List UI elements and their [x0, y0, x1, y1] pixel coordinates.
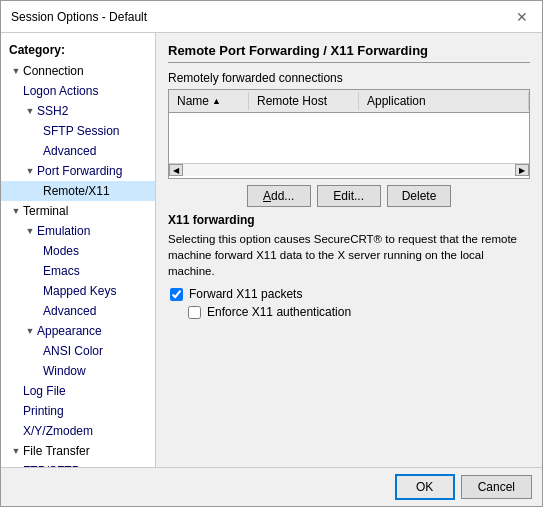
content-area: Category: ▼ Connection Logon Actions: [1, 33, 542, 467]
add-button-underline: A: [263, 189, 271, 203]
expand-terminal-icon: ▼: [9, 204, 23, 218]
category-label: Category:: [1, 39, 155, 61]
sidebar-item-label: Appearance: [37, 324, 102, 338]
sidebar-item-advanced-emulation[interactable]: Advanced: [1, 301, 155, 321]
enforce-x11-checkbox[interactable]: [188, 306, 201, 319]
sidebar-item-label: Modes: [43, 244, 79, 258]
sidebar-item-label: File Transfer: [23, 444, 90, 458]
sidebar-item-advanced-ssh2[interactable]: Advanced: [1, 141, 155, 161]
col-name-label: Name: [177, 94, 209, 108]
sidebar-item-label: SFTP Session: [43, 124, 119, 138]
forward-x11-row: Forward X11 packets: [168, 287, 530, 301]
sidebar-item-remote-x11[interactable]: Remote/X11: [1, 181, 155, 201]
sidebar-item-label: Printing: [23, 404, 64, 418]
sidebar-item-window[interactable]: Window: [1, 361, 155, 381]
sidebar-item-label: Port Forwarding: [37, 164, 122, 178]
sidebar-item-label: Remote/X11: [43, 184, 110, 198]
sidebar-item-file-transfer[interactable]: ▼ File Transfer: [1, 441, 155, 461]
sidebar-item-label: ANSI Color: [43, 344, 103, 358]
sidebar-item-label: Connection: [23, 64, 84, 78]
add-button-label: dd...: [271, 189, 294, 203]
x11-section: X11 forwarding Selecting this option cau…: [168, 213, 530, 319]
sidebar: Category: ▼ Connection Logon Actions: [1, 33, 156, 467]
sidebar-item-modes[interactable]: Modes: [1, 241, 155, 261]
sidebar-item-ansi-color[interactable]: ANSI Color: [1, 341, 155, 361]
ok-button[interactable]: OK: [395, 474, 455, 500]
footer: OK Cancel: [1, 467, 542, 506]
col-app-label: Application: [367, 94, 426, 108]
window-title: Session Options - Default: [11, 10, 147, 24]
col-name: Name ▲: [169, 92, 249, 110]
sidebar-item-emulation[interactable]: ▼ Emulation: [1, 221, 155, 241]
sidebar-item-port-forwarding[interactable]: ▼ Port Forwarding: [1, 161, 155, 181]
sidebar-item-ssh2[interactable]: ▼ SSH2: [1, 101, 155, 121]
sidebar-item-label: Advanced: [43, 304, 96, 318]
expand-ft-icon: ▼: [9, 444, 23, 458]
table-buttons: Add... Edit... Delete: [168, 185, 530, 207]
scroll-left-arrow-icon[interactable]: ◀: [169, 164, 183, 176]
sidebar-item-label: SSH2: [37, 104, 68, 118]
cancel-button[interactable]: Cancel: [461, 475, 532, 499]
session-options-window: Session Options - Default ✕ Category: ▼ …: [0, 0, 543, 507]
x11-description: Selecting this option causes SecureCRT® …: [168, 231, 530, 279]
col-application: Application: [359, 92, 529, 110]
delete-button-label: Delete: [402, 189, 437, 203]
sidebar-item-terminal[interactable]: ▼ Terminal: [1, 201, 155, 221]
sidebar-item-printing[interactable]: Printing: [1, 401, 155, 421]
table-header: Name ▲ Remote Host Application: [169, 90, 529, 113]
table-section-label: Remotely forwarded connections: [168, 71, 530, 85]
expand-connection-icon: ▼: [9, 64, 23, 78]
title-bar: Session Options - Default ✕: [1, 1, 542, 33]
delete-button[interactable]: Delete: [387, 185, 452, 207]
sidebar-item-log-file[interactable]: Log File: [1, 381, 155, 401]
sidebar-item-logon-actions[interactable]: Logon Actions: [1, 81, 155, 101]
expand-ssh2-icon: ▼: [23, 104, 37, 118]
forward-x11-label: Forward X11 packets: [189, 287, 302, 301]
sidebar-item-label: Terminal: [23, 204, 68, 218]
main-panel: Remote Port Forwarding / X11 Forwarding …: [156, 33, 542, 467]
panel-title: Remote Port Forwarding / X11 Forwarding: [168, 43, 530, 63]
sidebar-item-label: Emulation: [37, 224, 90, 238]
add-button[interactable]: Add...: [247, 185, 311, 207]
expand-appearance-icon: ▼: [23, 324, 37, 338]
sidebar-item-mapped-keys[interactable]: Mapped Keys: [1, 281, 155, 301]
horizontal-scrollbar[interactable]: ◀ ▶: [169, 163, 529, 176]
scroll-track[interactable]: [183, 164, 515, 176]
connections-table: Name ▲ Remote Host Application ◀: [168, 89, 530, 179]
sidebar-item-sftp[interactable]: SFTP Session: [1, 121, 155, 141]
sidebar-item-label: Mapped Keys: [43, 284, 116, 298]
sidebar-item-label: Log File: [23, 384, 66, 398]
sort-arrow-icon: ▲: [212, 96, 221, 106]
sidebar-item-label: Logon Actions: [23, 84, 98, 98]
sidebar-item-label: Advanced: [43, 144, 96, 158]
sidebar-item-emacs[interactable]: Emacs: [1, 261, 155, 281]
edit-button-label: Edit...: [333, 189, 364, 203]
sidebar-item-label: X/Y/Zmodem: [23, 424, 93, 438]
close-button[interactable]: ✕: [512, 7, 532, 27]
sidebar-item-connection[interactable]: ▼ Connection: [1, 61, 155, 81]
sidebar-item-xyz-modem[interactable]: X/Y/Zmodem: [1, 421, 155, 441]
col-host-label: Remote Host: [257, 94, 327, 108]
table-body: [169, 113, 529, 163]
sidebar-item-label: Emacs: [43, 264, 80, 278]
edit-button[interactable]: Edit...: [317, 185, 381, 207]
expand-emulation-icon: ▼: [23, 224, 37, 238]
enforce-x11-row: Enforce X11 authentication: [168, 305, 530, 319]
sidebar-item-label: Window: [43, 364, 86, 378]
forward-x11-checkbox[interactable]: [170, 288, 183, 301]
sidebar-item-appearance[interactable]: ▼ Appearance: [1, 321, 155, 341]
scroll-right-arrow-icon[interactable]: ▶: [515, 164, 529, 176]
col-remote-host: Remote Host: [249, 92, 359, 110]
x11-title: X11 forwarding: [168, 213, 530, 227]
enforce-x11-label: Enforce X11 authentication: [207, 305, 351, 319]
expand-pf-icon: ▼: [23, 164, 37, 178]
